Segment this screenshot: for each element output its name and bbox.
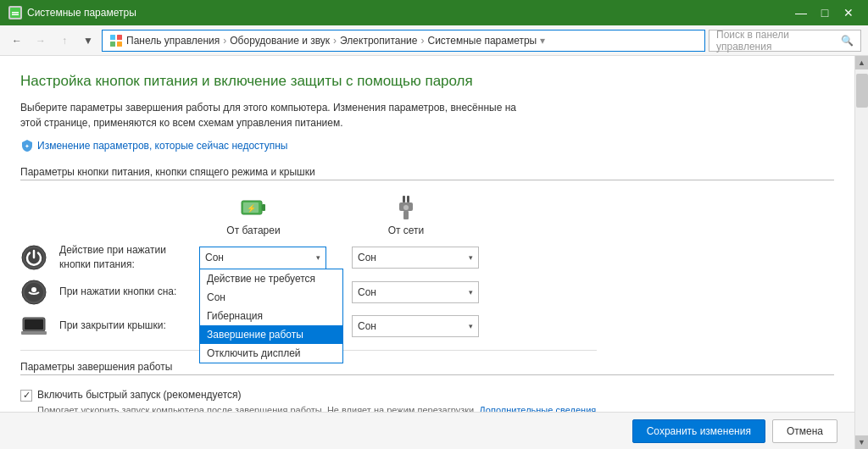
forward-button[interactable]: → [31, 30, 51, 51]
search-placeholder: Поиск в панели управления [716, 29, 837, 53]
section-label-power: Параметры кнопки питания, кнопки спящего… [20, 166, 834, 180]
description: Выберите параметры завершения работы для… [20, 100, 597, 130]
minimize-button[interactable]: — [790, 4, 812, 21]
svg-point-16 [403, 205, 409, 210]
address-bar: ← → ↑ ▼ Панель управления › Оборудование… [0, 25, 868, 56]
battery-power-dropdown[interactable]: Сон ▾ [199, 247, 326, 269]
sleep-button-label: При нажатии кнопки сна: [59, 285, 191, 299]
plug-icon [392, 194, 420, 221]
battery-icon: ⚡ [240, 194, 267, 221]
svg-rect-1 [12, 12, 19, 14]
fast-start-checkbox[interactable] [20, 390, 32, 402]
window-controls: — □ ✕ [790, 4, 860, 21]
svg-rect-9 [262, 204, 265, 211]
power-button-label: Действие при нажатии кнопки питания: [59, 243, 191, 272]
path-segment-1: Панель управления [126, 35, 220, 47]
unavailable-settings-link[interactable]: Изменение параметров, которые сейчас нед… [37, 140, 288, 152]
bottom-bar: Сохранить изменения Отмена [0, 412, 854, 449]
svg-rect-5 [110, 42, 115, 47]
maximize-button[interactable]: □ [814, 4, 836, 21]
dropdown-item-2[interactable]: Гибернация [200, 307, 342, 325]
scroll-thumb[interactable] [856, 74, 868, 108]
lid-label: При закрытии крышки: [59, 319, 191, 333]
network-power-dropdown[interactable]: Сон ▾ [352, 247, 479, 269]
shield-icon: ✦ [20, 139, 34, 152]
power-button-controls: Сон ▾ Действие не требуется Сон Гибернац… [199, 247, 597, 269]
svg-point-21 [31, 287, 36, 292]
main-content: Настройка кнопок питания и включение защ… [0, 56, 868, 449]
window-title: Системные параметры [27, 7, 790, 19]
svg-rect-2 [12, 14, 19, 16]
path-segment-2: Оборудование и звук [230, 35, 330, 47]
svg-rect-3 [110, 35, 115, 40]
network-lid-dropdown[interactable]: Сон ▾ [352, 315, 479, 337]
dropdown-arrow-icon: ▾ [469, 322, 473, 330]
fast-start-row: Включить быстрый запуск (рекомендуется) [20, 389, 597, 402]
power-button-row: Действие при нажатии кнопки питания: Сон… [20, 243, 597, 272]
path-segment-4: Системные параметры [427, 35, 537, 47]
svg-rect-13 [407, 196, 409, 202]
network-sleep-dropdown-container: Сон ▾ [352, 281, 479, 303]
svg-text:⚡: ⚡ [247, 203, 257, 213]
back-button[interactable]: ← [7, 30, 27, 51]
svg-rect-4 [117, 35, 122, 40]
page-title: Настройка кнопок питания и включение защ… [20, 73, 834, 90]
network-power-dropdown-container: Сон ▾ [352, 247, 479, 269]
dropdown-arrow-icon: ▾ [469, 253, 473, 262]
svg-rect-23 [25, 319, 43, 330]
svg-rect-15 [403, 211, 409, 219]
close-button[interactable]: ✕ [837, 4, 860, 21]
svg-text:✦: ✦ [25, 143, 30, 149]
svg-rect-12 [403, 196, 405, 202]
scrollbar: ▲ ▼ [854, 56, 868, 449]
dropdown-item-0[interactable]: Действие не требуется [200, 269, 342, 288]
power-button-icon [20, 244, 47, 271]
content-area: Настройка кнопок питания и включение защ… [0, 56, 854, 449]
svg-rect-24 [21, 331, 47, 335]
dropdown-arrow-icon: ▾ [469, 288, 473, 297]
cancel-button[interactable]: Отмена [772, 419, 837, 443]
scroll-up-button[interactable]: ▲ [855, 56, 869, 69]
scroll-track [855, 69, 869, 435]
save-button[interactable]: Сохранить изменения [632, 419, 765, 443]
recent-button[interactable]: ▼ [78, 30, 98, 51]
fast-start-label: Включить быстрый запуск (рекомендуется) [37, 389, 242, 401]
path-segment-3: Электропитание [340, 35, 417, 47]
control-panel-icon [109, 34, 123, 47]
power-header-row: ⚡ От батареи От сети [190, 194, 597, 236]
search-icon: 🔍 [841, 35, 854, 47]
dropdown-item-3[interactable]: Завершение работы [200, 325, 342, 344]
search-box[interactable]: Поиск в панели управления 🔍 [709, 30, 861, 52]
address-path[interactable]: Панель управления › Оборудование и звук … [102, 30, 705, 52]
lid-icon [20, 313, 47, 340]
section-label-shutdown: Параметры завершения работы [20, 361, 834, 375]
network-header: От сети [342, 194, 470, 236]
dropdown-arrow-icon: ▾ [316, 253, 320, 262]
svg-rect-6 [117, 42, 122, 47]
dropdown-item-4[interactable]: Отключить дисплей [200, 344, 342, 363]
window-icon [8, 6, 22, 19]
up-button[interactable]: ↑ [54, 30, 75, 51]
battery-header: ⚡ От батареи [190, 194, 317, 236]
sleep-button-icon [20, 279, 47, 306]
dropdown-item-1[interactable]: Сон [200, 288, 342, 307]
dropdown-menu: Действие не требуется Сон Гибернация Зав… [199, 269, 343, 363]
title-bar: Системные параметры — □ ✕ [0, 0, 868, 25]
network-sleep-dropdown[interactable]: Сон ▾ [352, 281, 479, 303]
power-table: ⚡ От батареи От сети [20, 194, 597, 340]
network-lid-dropdown-container: Сон ▾ [352, 315, 479, 337]
settings-link-row: ✦ Изменение параметров, которые сейчас н… [20, 139, 834, 152]
battery-power-dropdown-container: Сон ▾ Действие не требуется Сон Гибернац… [199, 247, 326, 269]
scroll-down-button[interactable]: ▼ [855, 435, 869, 449]
